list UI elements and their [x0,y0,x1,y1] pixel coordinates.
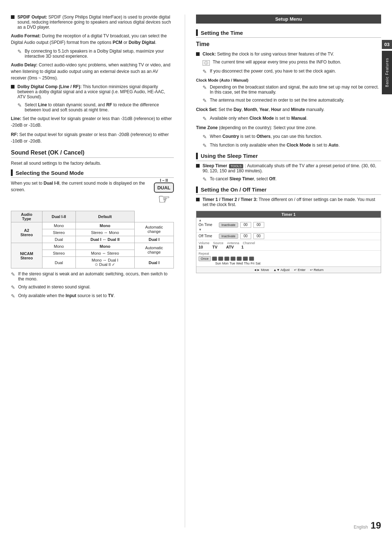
footer-enter: ↵ Enter [294,268,306,272]
off-time-label: Off Time [199,234,217,238]
a2-dual-label: Dual [42,236,75,243]
section-bar-icon-4 [196,186,198,193]
sound-reset-text: Reset all sound settings to the factory … [11,160,174,167]
pencil-icon-8: ✎ [203,98,207,103]
wed-day[interactable] [230,256,236,261]
a2-stereo-label: A2Stereo [11,222,42,243]
audio-format-note-text: By connecting to 5.1ch speakers in a Dol… [25,49,174,59]
volume-col-label: Volume [199,241,209,245]
basic-features-label: Basic Features [385,58,389,87]
nicam-stereo-label: Stereo [42,250,75,257]
clock-info-text: The current time will appear every time … [213,59,341,65]
section-bar-icon-3 [196,153,198,159]
channel-col-label: Channel [243,241,255,245]
a2-stereo-label-cell: Stereo [42,229,75,236]
nicam-mono-label: Mono [42,243,75,250]
dual-icon-area: I – II DUAL ☞ [154,178,174,207]
on-time-label: On Time [199,223,217,227]
rf-text: Set the output level for signals greater… [11,132,169,144]
footer-adjust: ▲▼ Adjust [273,268,290,272]
spdif-text: SPDIF Output: SPDIF (Sony Philips Digita… [17,15,174,30]
clock-mode-note2-text: The antenna must be connected in order t… [210,98,344,103]
sun-day[interactable] [212,256,217,261]
mon-day[interactable] [218,256,223,261]
on-hour-field[interactable]: 00 [240,222,251,228]
line-text: Set the output level for signals greater… [11,116,172,128]
bullet-square-icon [11,15,15,19]
timer-item: Timer 1 / Timer 2 / Timer 3: Three diffe… [196,197,381,207]
timezone-note2: ✎ This function is only available when t… [203,143,381,148]
stereo-note1: ✎ If the stereo signal is weak and an au… [11,271,174,282]
left-column: SPDIF Output: SPDIF (Sony Philips Digita… [11,15,185,527]
a2-dual-value: Dual I ↔ Dual II [75,236,134,243]
sleep-timer-header: Using the Sleep Timer [196,153,381,161]
mon-label: Mon [222,262,229,265]
day-labels: Sun Mon Tue Wed Thu Fri Sat [199,262,379,265]
nicam-label: NICAMStereo [11,243,42,268]
clock-disconnect-note: ✎ If you disconnect the power cord, you … [203,69,381,74]
section-bar-icon-2 [196,29,198,36]
selecting-section-header: Selecting the Sound Mode [11,169,174,178]
clock-text: Setting the clock is for using various t… [217,52,334,57]
timer-settings-row: Volume Source Antenna Channel 10 TV ATV … [196,240,381,251]
table-row: NICAMStereo Mono Mono Automaticchange [11,243,174,250]
dolby-digital-label: Dolby Digital [128,40,155,45]
pencil-icon-7: ✎ [203,85,207,90]
clock-label: Clock: [203,52,216,57]
pencil-icon-4: ✎ [11,284,15,290]
line-para: Line: Set the output level for signals g… [11,115,174,128]
clock-content: Clock: Setting the clock is for using va… [203,52,334,57]
page-number-area: English 19 [354,520,381,531]
on-off-timer-title: Setting the On / Off Timer [201,186,266,193]
table-row: A2Stereo Mono Mono Automaticchange [11,222,174,229]
clock-mode-label: Clock Mode (Auto / Manual) [196,77,381,83]
repeat-label: Repeat [199,252,379,255]
bullet-square-clock [196,52,200,56]
dolby-text: Dolby Digital Comp (Line / RF): This fun… [17,84,174,99]
selecting-para: When you set to Dual I-II, the current s… [11,180,150,193]
right-column: Setup Menu Setting the Time Time Clock: … [196,15,381,527]
audio-format-para: Audio Format: During the reception of a … [11,33,174,46]
clock-set-note-text: Available only when Clock Mode is set to… [210,116,307,121]
tue-day[interactable] [224,256,229,261]
timer-box: Timer 1 ▲ On Time Inactivate 00 00 ▼ [196,211,381,273]
selecting-title: Selecting the Sound Mode [16,170,84,176]
on-inactivate-btn[interactable]: Inactivate [219,222,238,227]
off-min-field[interactable]: 00 [253,233,264,239]
time-subheading: Time [196,40,381,49]
spdif-item: SPDIF Output: SPDIF (Sony Philips Digita… [11,15,174,30]
once-btn[interactable]: Once [199,256,211,261]
thu-day[interactable] [237,256,242,261]
stereo-note3-text: Only available when the Input source is … [18,293,115,298]
info-icon: ⓘ [203,59,210,66]
timer-content: Timer 1 / Timer 2 / Timer 3: Three diffe… [203,197,381,207]
antenna-value: ATV [226,245,238,249]
a2-dual-default: Dual I [134,236,173,243]
on-time-section: ▲ On Time Inactivate 00 00 ▼ [196,218,381,233]
source-value: TV [212,245,222,249]
audio-format-heading: Audio Format: [11,33,41,38]
timezone-note1: ✎ When Country is set to Others, you can… [203,134,381,140]
sleep-timer-text: : Automatically shuts off the TV after a… [203,163,376,173]
off-inactivate-btn[interactable]: Inactivate [219,234,238,239]
dolby-note1: ✎ Select Line to obtain dynamic sound, a… [17,102,174,112]
sat-day[interactable] [249,256,254,261]
section-bar-icon [11,169,13,176]
on-time-arrow: ▲ [199,218,202,222]
on-min-field[interactable]: 00 [253,222,264,228]
sleep-timer-label: Sleep Timer [203,163,227,168]
stereo-note3: ✎ Only available when the Input source i… [11,293,174,299]
selecting-content: When you set to Dual I-II, the current s… [11,180,174,207]
nicam-mono-value: Mono [75,243,134,250]
hand-pointing-icon: ☞ [158,191,170,207]
sleep-timer-note: ✎ To cancel Sleep Timer, select Off. [203,176,381,182]
pencil-icon-10: ✎ [203,134,207,140]
timezone-para: Time Zone (depending on the country): Se… [196,124,381,131]
stereo-note2: ✎ Only activated in stereo sound signal. [11,284,174,290]
fri-day[interactable] [243,256,248,261]
sat-label: Sat [256,262,261,265]
off-hour-field[interactable]: 00 [240,233,251,239]
audio-delay-heading: Audio Delay: [11,62,37,67]
clock-set-note: ✎ Available only when Clock Mode is set … [203,116,381,122]
a2-mono-value: Mono [75,222,134,229]
